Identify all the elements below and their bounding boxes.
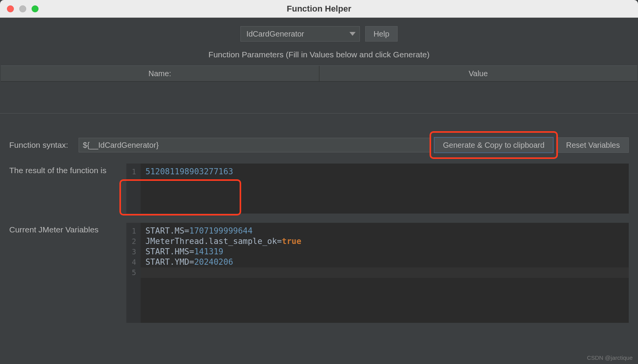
- parameters-table-header: Name: Value: [1, 65, 637, 82]
- variables-editor[interactable]: 12345 START.MS=1707199999644JMeterThread…: [126, 223, 629, 323]
- reset-variables-label: Reset Variables: [566, 141, 620, 150]
- function-syntax-field[interactable]: [79, 138, 430, 152]
- variables-gutter: 12345: [126, 223, 141, 323]
- result-editor[interactable]: 1 512081198903277163: [126, 164, 629, 214]
- function-select-value: IdCardGenerator: [246, 30, 304, 38]
- titlebar: Function Helper: [0, 0, 638, 18]
- variables-line: JMeterThread.last_sample_ok=true: [145, 236, 624, 247]
- result-gutter: 1: [126, 164, 141, 214]
- syntax-section: Function syntax: Generate & Copy to clip…: [0, 113, 638, 323]
- variables-block: Current JMeter Variables 12345 START.MS=…: [9, 223, 629, 323]
- function-select[interactable]: IdCardGenerator: [240, 26, 360, 42]
- dialog-content: IdCardGenerator Help Function Parameters…: [0, 18, 638, 364]
- variables-label: Current JMeter Variables: [9, 223, 121, 323]
- result-block: The result of the function is 1 51208119…: [9, 164, 629, 214]
- generate-copy-button[interactable]: Generate & Copy to clipboard: [434, 137, 554, 153]
- help-button-label: Help: [373, 30, 389, 38]
- zoom-icon[interactable]: [32, 5, 39, 12]
- close-icon[interactable]: [7, 5, 14, 12]
- variables-line: START.MS=1707199999644: [145, 226, 624, 236]
- chevron-down-icon: [349, 32, 356, 36]
- svg-marker-0: [349, 32, 356, 36]
- parameters-table-body[interactable]: [0, 82, 638, 111]
- variables-line: START.YMD=20240206: [145, 257, 624, 267]
- window-controls: [7, 5, 39, 12]
- help-button[interactable]: Help: [365, 26, 397, 42]
- result-lines: 512081198903277163: [141, 164, 629, 214]
- generate-button-wrap: Generate & Copy to clipboard: [434, 137, 554, 153]
- variables-line: START.HMS=141319: [145, 247, 624, 257]
- reset-variables-button[interactable]: Reset Variables: [557, 137, 629, 153]
- result-line: 512081198903277163: [145, 167, 624, 177]
- parameters-col-name: Name:: [1, 66, 319, 81]
- function-syntax-label: Function syntax:: [9, 140, 75, 150]
- parameters-section-label: Function Parameters (Fill in Values belo…: [0, 50, 638, 65]
- generate-copy-label: Generate & Copy to clipboard: [443, 141, 545, 150]
- watermark: CSDN @jarctique: [587, 354, 633, 361]
- top-controls: IdCardGenerator Help: [0, 18, 638, 50]
- variables-lines: START.MS=1707199999644JMeterThread.last_…: [141, 223, 629, 323]
- window-title: Function Helper: [0, 4, 638, 14]
- minimize-icon[interactable]: [19, 5, 26, 12]
- syntax-row: Function syntax: Generate & Copy to clip…: [9, 137, 629, 153]
- variables-line: [141, 267, 629, 278]
- parameters-col-value: Value: [319, 66, 638, 81]
- result-label: The result of the function is: [9, 164, 121, 214]
